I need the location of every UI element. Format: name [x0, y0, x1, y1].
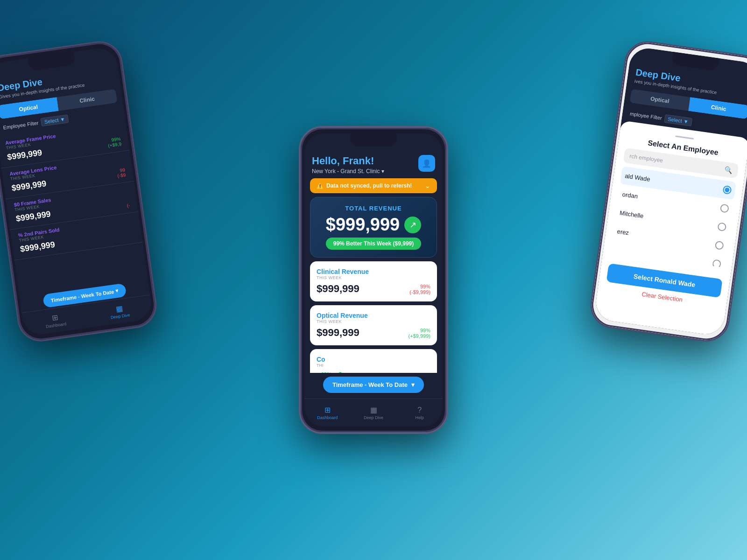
clinical-revenue-card: Clinical Revenue THIS WEEK $999,999 99% … [310, 261, 437, 301]
search-icon: 🔍 [724, 166, 733, 174]
nav-dashboard-center[interactable]: ⊞ Dashboard [304, 406, 351, 420]
partial-row: 99% ↗ [317, 370, 430, 373]
metric-change-2: (- [127, 203, 130, 208]
employee-name-2: Mitchelle [619, 209, 644, 219]
user-avatar-button[interactable]: 👤 [418, 155, 435, 172]
clinical-revenue-change: 99% (-$9,999) [409, 284, 430, 295]
total-revenue-label: TOTAL REVENUE [318, 205, 429, 212]
timeframe-pill-center[interactable]: Timeframe - Week To Date ▾ [323, 377, 424, 393]
metric-change-1: 99 (-$9 [116, 167, 126, 178]
chevron-down-icon: ▾ [411, 381, 415, 388]
modal-divider [675, 135, 694, 140]
trend-up-icon: ↗ [404, 217, 421, 233]
chevron-down-icon: ▾ [381, 168, 384, 175]
metric-val-0: $999,999 [7, 148, 42, 162]
optical-revenue-value: $999,999 [317, 327, 359, 339]
optical-revenue-change: 99% (+$9,999) [409, 328, 430, 339]
radio-2[interactable] [717, 222, 726, 231]
center-phone: Hello, Frank! New York - Grand St. Clini… [299, 126, 448, 434]
clinic-row[interactable]: New York - Grand St. Clinic ▾ [312, 168, 384, 175]
warning-icon: ⚠️ [317, 182, 324, 189]
left-screen: Deep Dive Gives you in-depth insights of… [0, 46, 154, 337]
person-icon: 👤 [422, 159, 431, 168]
center-header: Hello, Frank! New York - Grand St. Clini… [304, 151, 443, 178]
center-bottom-nav: ⊞ Dashboard ▦ Deep Dive ? Help [304, 399, 443, 427]
chart-icon: ▦ [115, 304, 123, 314]
home-icon: ⊞ [51, 313, 59, 322]
left-screen-content: Deep Dive Gives you in-depth insights of… [0, 46, 154, 337]
optical-revenue-title: Optical Revenue [317, 312, 430, 319]
filter-select-left[interactable]: Select ▼ [41, 114, 69, 126]
clinic-name: New York - Grand St. Clinic [312, 168, 380, 175]
filter-select-right[interactable]: Select ▼ [664, 114, 692, 126]
clinical-revenue-period: THIS WEEK [317, 275, 430, 280]
right-screen-content: Deep Dive ives you in-depth insights of … [593, 46, 747, 337]
left-phone: Deep Dive Gives you in-depth insights of… [0, 38, 160, 344]
radio-3[interactable] [715, 241, 724, 250]
total-revenue-card: TOTAL REVENUE $999,999 ↗ 99% Better This… [310, 197, 437, 258]
trend-up-icon-partial: ↗ [336, 370, 342, 373]
sync-banner[interactable]: ⚠️ Data not synced, pull to refersh! ⌄ [310, 178, 437, 193]
greeting-section: Hello, Frank! New York - Grand St. Clini… [312, 155, 384, 175]
timeframe-section: Timeframe - Week To Date ▾ [304, 373, 443, 395]
nav-help-center[interactable]: ? Help [396, 406, 443, 420]
employee-name-3: erez [617, 228, 629, 236]
chevron-down-icon: ▾ [115, 288, 119, 294]
nav-dashboard-left[interactable]: ⊞ Dashboard [22, 309, 89, 332]
better-badge: 99% Better This Week ($9,999) [326, 238, 422, 250]
center-notch [350, 133, 397, 147]
employee-name-1: ordan [622, 190, 638, 199]
metric-change-0: 99% (+$9,9 [107, 136, 121, 148]
filter-label-left: Employee Filter [3, 120, 39, 131]
right-screen: Deep Dive ives you in-depth insights of … [593, 46, 747, 337]
radio-1[interactable] [720, 203, 729, 213]
partial-title: Co [317, 356, 430, 363]
radio-0[interactable] [722, 185, 732, 195]
partial-card: Co THI 99% ↗ [310, 349, 437, 373]
center-screen-content: Hello, Frank! New York - Grand St. Clini… [304, 133, 443, 427]
nav-deepdive-center[interactable]: ▦ Deep Dive [351, 406, 397, 420]
total-revenue-row: $999,999 ↗ [318, 215, 429, 235]
clinical-revenue-row: $999,999 99% (-$9,999) [317, 283, 430, 295]
total-revenue-value: $999,999 [326, 215, 400, 235]
radio-4[interactable] [712, 259, 721, 268]
revenue-sections: Clinical Revenue THIS WEEK $999,999 99% … [304, 261, 443, 373]
center-screen: Hello, Frank! New York - Grand St. Clini… [304, 133, 443, 427]
clinical-revenue-value: $999,999 [317, 283, 359, 295]
partial-sub: THI [317, 363, 430, 368]
optical-revenue-period: THIS WEEK [317, 319, 430, 324]
help-icon: ? [417, 406, 422, 414]
home-icon: ⊞ [324, 406, 331, 414]
optical-revenue-card: Optical Revenue THIS WEEK $999,999 99% (… [310, 305, 437, 345]
chevron-down-icon: ⌄ [425, 182, 430, 189]
employee-name-0: ald Wade [625, 172, 651, 182]
right-phone: Deep Dive ives you in-depth insights of … [587, 38, 747, 344]
greeting-text: Hello, Frank! [312, 155, 384, 167]
sync-text: ⚠️ Data not synced, pull to refersh! [317, 182, 412, 189]
nav-deepdive-left[interactable]: ▦ Deep Dive [86, 300, 153, 323]
filter-label-right: mployee Filter [629, 111, 662, 120]
optical-revenue-row: $999,999 99% (+$9,999) [317, 327, 430, 339]
clinical-revenue-title: Clinical Revenue [317, 268, 430, 275]
chart-icon: ▦ [370, 406, 377, 414]
select-employee-modal: Select An Employee rch employee 🔍 ald Wa… [593, 120, 747, 337]
employee-list: ald Wade ordan Mitchelle erez [610, 166, 736, 273]
metric-val-1: $999,999 [11, 179, 47, 193]
